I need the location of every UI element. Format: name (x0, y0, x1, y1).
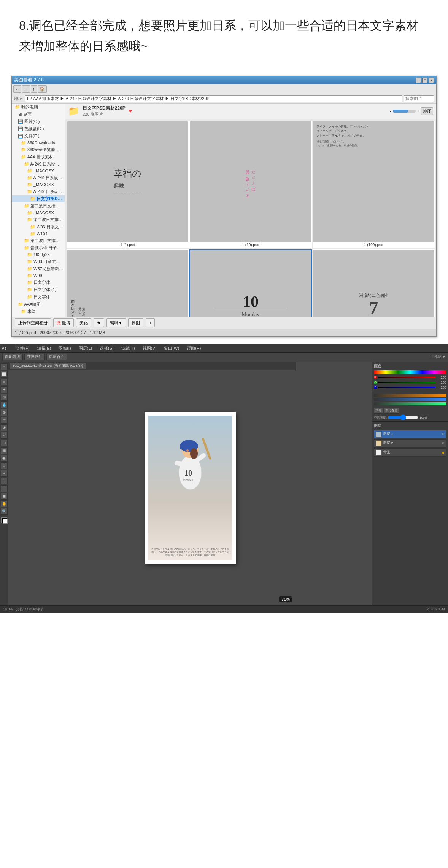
sidebar-item-wave2-1[interactable]: 📁 第二波日文排版素材 (1) (12, 237, 65, 244)
ps-foreground-color[interactable] (1, 517, 7, 523)
sidebar-item-d[interactable]: 💾 视频盘(D:) (12, 125, 65, 132)
ps-menu-help[interactable]: 帮助(H) (185, 346, 202, 351)
image-cell-2[interactable]: たとえば共に生きている 1 (10).psd (189, 121, 311, 248)
sidebar-item-w03[interactable]: 📁 W03 日系文字控 (12, 223, 65, 231)
ps-text-tool[interactable]: T (1, 478, 8, 484)
ps-hand-tool[interactable]: ✋ (1, 500, 8, 507)
sidebar-item-1920g[interactable]: 📁 1920g25 (12, 252, 65, 258)
sidebar-item-w104[interactable]: 📁 W104 (12, 231, 65, 237)
ps-merge-btn[interactable]: 图层合并 (46, 354, 67, 360)
ps-menu-file[interactable]: 文件(F) (14, 346, 31, 351)
image-cell-5[interactable]: 10 Monday この文はサンプルのため内容はありません。テキストの調整、自由… (189, 249, 311, 317)
ps-color-bar[interactable] (374, 370, 446, 374)
zoom-in-icon[interactable]: + (417, 109, 419, 113)
sidebar-item-jpfont[interactable]: 📁 日文字体 (12, 279, 65, 286)
up-button[interactable]: ↑ (31, 85, 37, 93)
beauty-button[interactable]: 美化 (76, 318, 91, 327)
image-cell-3[interactable]: ライフスタイルの情報、ファッション、ダイニング、ビジネス、レジャー全般Noとも、… (313, 121, 435, 248)
ps-dodge-tool[interactable]: ○ (1, 462, 8, 469)
sort-button[interactable]: 排序 (421, 107, 433, 115)
ps-layer-item-1[interactable]: 图层 1 👁 (374, 430, 446, 438)
ps-lasso-tool[interactable]: ○ (1, 379, 8, 385)
sidebar-item-macosx2[interactable]: 📁 _MACOSX (12, 182, 65, 188)
maximize-button[interactable]: □ (422, 78, 427, 83)
sidebar-item-w57[interactable]: 📁 W57民族清新风文字控 2 (12, 265, 65, 272)
ps-path-tool[interactable]: ⌒ (1, 485, 8, 492)
ps-history-brush[interactable]: ↩ (1, 432, 8, 439)
ps-menu-image[interactable]: 图像(I) (57, 346, 72, 351)
sidebar-item-jpfont1[interactable]: 📁 日文字体 (1) (12, 286, 65, 293)
ps-opacity-slider[interactable] (388, 416, 418, 419)
home-button[interactable]: 🏠 (38, 85, 47, 93)
ps-menu-view[interactable]: 视图(V) (141, 346, 158, 351)
image-cell-4[interactable]: 花ゆるレスを見せる 添えるの文字見せる 1 (101).psd (67, 249, 189, 317)
ps-workspace-btn[interactable]: 工作区▼ (431, 354, 446, 360)
ps-crop-tool[interactable]: ⊡ (1, 394, 8, 401)
ps-select-tool[interactable]: ⬜ (1, 371, 8, 378)
sidebar-item-wave2b[interactable]: 📁 第二波日文排版素材 (12, 216, 65, 223)
sidebar-item-w99[interactable]: 📁 W99 (12, 272, 65, 279)
sidebar-item-audio[interactable]: 📁 音频示样·日子排版下载 (12, 244, 65, 252)
ps-b-slider[interactable] (378, 387, 435, 388)
ps-layer-item-bg[interactable]: 背景 🔒 (374, 448, 446, 457)
forward-button[interactable]: → (22, 85, 30, 93)
edit-button[interactable]: 编辑▼ (106, 318, 126, 327)
crop-button[interactable]: 插图 (128, 318, 143, 327)
ps-g-slider[interactable] (378, 382, 435, 383)
ps-layer-1-eye[interactable]: 👁 (442, 432, 445, 436)
sidebar-item-macosx1[interactable]: 📁 _MACOSX (12, 168, 65, 174)
sidebar-item-e[interactable]: 💾 文件(E:) (12, 132, 65, 140)
sidebar-item-a249-2[interactable]: 📁 A-249 日系设计文字素材 (12, 174, 65, 182)
ps-magic-wand[interactable]: ✦ (1, 386, 8, 393)
sidebar-item-undraw[interactable]: 📁 未绘 (12, 308, 65, 315)
ps-eraser-tool[interactable]: ◻ (1, 440, 8, 446)
close-button[interactable]: × (429, 78, 434, 83)
sidebar-item-aaa[interactable]: 📁 AAA 排版素材 (12, 153, 65, 161)
sidebar-item-mypc[interactable]: 📁 我的电脑 (12, 104, 65, 111)
ps-brush-tool[interactable]: ✏ (1, 417, 8, 424)
sidebar-item-wave2[interactable]: 📁 第二波日文排版素材 (12, 202, 65, 210)
ps-r-slider[interactable] (378, 377, 435, 378)
ps-menu-layer[interactable]: 图层(L) (77, 346, 94, 351)
ps-move-tool[interactable]: ↖ (1, 363, 8, 370)
sidebar-item-w03-2[interactable]: 📁 W03 日系文字控 (12, 258, 65, 265)
image-cell-6[interactable]: 潮流的二色個性 7 手作りがむけ ゾーンは、タンスの中が今何気な情報を、今日の人… (313, 249, 435, 317)
zoom-slider[interactable] (393, 110, 416, 113)
ps-zoom-tool[interactable]: 🔍 (1, 508, 8, 515)
sidebar-item-desktop[interactable]: 🖥 桌面 (12, 111, 65, 118)
sidebar-item-360browser[interactable]: 📁 360安全浏览器下载 (12, 146, 65, 153)
ps-menu-window[interactable]: 窗口(W) (162, 346, 181, 351)
upload-button[interactable]: 上传到空间相册 (15, 318, 51, 327)
ps-menu-edit[interactable]: 编辑(E) (36, 346, 53, 351)
ps-eyedropper[interactable]: 💧 (1, 401, 8, 408)
sidebar-item-c[interactable]: 💾 图片(C:) (12, 118, 65, 125)
ps-shape-tool[interactable]: ◼ (1, 493, 8, 500)
search-input[interactable] (404, 95, 434, 102)
sidebar-item-macosx3[interactable]: 📁 _MACOSX (12, 210, 65, 216)
sidebar-item-jpfont2[interactable]: 📁 日文字体 (12, 293, 65, 301)
weibo-button[interactable]: 微 微博 (53, 318, 74, 327)
back-button[interactable]: ← (13, 85, 21, 93)
ps-menu-select[interactable]: 选择(S) (98, 346, 115, 351)
zoom-out-icon[interactable]: - (390, 109, 391, 113)
address-path-display[interactable]: E:\ AAA 排版素材 ▶ A-249 日系设计文字素材 ▶ A-249 日系… (25, 95, 402, 102)
ps-mode-btn-1[interactable]: 正常 (374, 408, 383, 414)
ps-menu-filter[interactable]: 滤镜(T) (120, 346, 137, 351)
favorite-icon[interactable]: ♥ (129, 108, 132, 115)
ps-clone-tool[interactable]: ⊗ (1, 424, 8, 431)
add-button[interactable]: + (146, 318, 155, 327)
ps-layer-item-2[interactable]: 图层 2 👁 (374, 439, 446, 448)
ps-blur-tool[interactable]: ◉ (1, 455, 8, 462)
sidebar-item-360downloads[interactable]: 📁 360Downloads (12, 140, 65, 146)
ps-auto-select-btn[interactable]: 自动选择 (2, 354, 23, 360)
sidebar-item-psd220[interactable]: 📁 日文字PSD素材220P (12, 195, 65, 202)
star-button[interactable]: ★ (94, 318, 104, 327)
ps-layer-2-eye[interactable]: 👁 (442, 441, 445, 445)
ps-active-tab[interactable]: IMG_2622.DNG @ 18.1% (当前图层, RGB/8*) (10, 363, 86, 369)
minimize-button[interactable]: _ (416, 78, 421, 83)
image-cell-1[interactable]: 幸福の趣味 ーーーーーーーーーーー 1 (1).psd (67, 121, 189, 248)
ps-gradient-tool[interactable]: ▦ (1, 447, 8, 454)
sidebar-item-a249[interactable]: 📁 A-249 日系设计文字素材 (12, 161, 65, 168)
sidebar-item-a249-3[interactable]: 📁 A-249 日系设计文字素材 (12, 188, 65, 195)
ps-heal-tool[interactable]: ⊕ (1, 409, 8, 416)
